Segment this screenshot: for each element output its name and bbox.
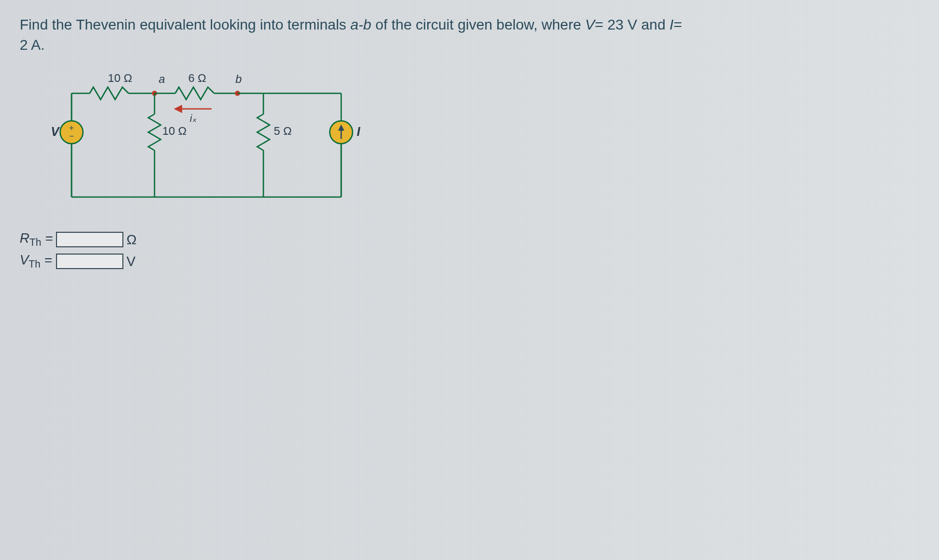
label-node-b: b: [235, 73, 242, 86]
vth-sub: Th: [29, 259, 40, 270]
svg-text:+: +: [69, 123, 74, 132]
rth-row: RTh = Ω: [20, 231, 136, 248]
svg-marker-16: [175, 106, 181, 112]
label-node-a: a: [159, 73, 165, 86]
vth-row: VTh = V: [20, 253, 136, 270]
circuit-svg: + − 10 Ω 6 Ω 10 Ω 5 Ω V I a b iₓ: [46, 73, 367, 218]
rth-sym: R: [20, 230, 30, 246]
circuit-diagram: + − 10 Ω 6 Ω 10 Ω 5 Ω V I a b iₓ: [46, 73, 367, 218]
question-line2: 2 A.: [20, 37, 45, 53]
vth-unit: V: [127, 254, 135, 270]
vth-eq: =: [40, 252, 52, 268]
label-r-top-left: 10 Ω: [108, 73, 132, 85]
label-r-mid: 10 Ω: [162, 124, 187, 137]
question-line1-mid: of the circuit given below, where: [375, 17, 585, 33]
rth-label: RTh =: [20, 230, 56, 248]
label-r-top-right: 6 Ω: [188, 73, 206, 85]
question-line1-prefix: Find the Thevenin equivalent looking int…: [20, 17, 351, 33]
v-equation: = 23 V and: [595, 17, 669, 33]
vth-label: VTh =: [20, 252, 56, 270]
label-v-src: V: [51, 124, 60, 138]
current-source: [330, 109, 353, 197]
i-symbol: I: [669, 17, 674, 33]
vth-input[interactable]: [56, 254, 123, 269]
rth-unit: Ω: [127, 232, 136, 248]
label-i-src: I: [357, 124, 361, 138]
label-ix: iₓ: [190, 113, 197, 124]
svg-text:−: −: [69, 132, 74, 141]
rth-eq: =: [41, 230, 53, 246]
answer-block: RTh = Ω VTh = V: [20, 231, 136, 274]
terminals-text: a-b: [351, 17, 375, 33]
i-equation: =: [674, 17, 682, 33]
vth-sym: V: [20, 252, 29, 268]
rth-sub: Th: [30, 237, 41, 248]
v-symbol: V: [585, 17, 595, 33]
question-text: Find the Thevenin equivalent looking int…: [20, 15, 682, 55]
rth-input[interactable]: [56, 232, 123, 247]
voltage-source: + −: [60, 93, 83, 197]
label-r-right: 5 Ω: [274, 124, 292, 137]
